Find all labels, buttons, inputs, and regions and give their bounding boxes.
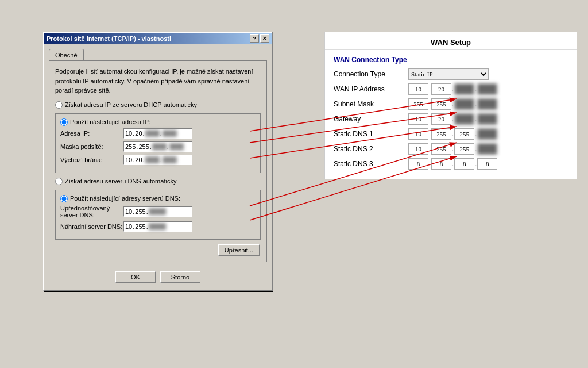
fieldset-dns: Použít následující adresy serverů DNS: U… — [55, 190, 261, 240]
wan-dns1-2[interactable] — [431, 128, 451, 140]
wan-connection-type-select[interactable]: Static IP DHCP PPPoE — [408, 68, 489, 80]
wan-dns2-4[interactable] — [477, 143, 497, 155]
wan-ip-input[interactable]: . . . — [408, 83, 497, 95]
dns1-field-row: Upřednostňovaný server DNS: 10 . 255 . x… — [60, 205, 256, 218]
tab-content: Podporuje-li síť automatickou konfigurac… — [49, 60, 267, 262]
fieldset-static-ip: Použít následující adresu IP: Adresa IP:… — [55, 113, 261, 173]
dns2-input[interactable]: 10 . 255 . xxx — [123, 221, 192, 232]
dialog-titlebar: Protokol sítě Internet (TCP/IP) - vlastn… — [44, 33, 272, 44]
wan-section-title: WAN Connection Type — [334, 56, 568, 64]
ip-input[interactable]: 10 . 20 . xx . xx — [123, 128, 192, 139]
dns2-field-row: Náhradní server DNS: 10 . 255 . xxx — [60, 221, 256, 232]
gateway-field-row: Výchozí brána: 10 . 20 . xx . xx — [60, 155, 256, 165]
ip-label: Adresa IP: — [60, 130, 123, 137]
tab-bar: Obecné — [49, 49, 267, 60]
wan-dns2-input[interactable]: . . . — [408, 143, 497, 155]
wan-mask-label: Subnet Mask — [334, 100, 408, 108]
dns1-input[interactable]: 10 . 255 . xxx — [123, 206, 192, 217]
wan-gateway-label: Gateway — [334, 115, 408, 123]
wan-body: WAN Connection Type Connection Type Stat… — [325, 50, 577, 179]
dns1-label: Upřednostňovaný server DNS: — [60, 205, 123, 218]
mask-field-row: Maska podsítě: 255 . 255 . xx . xx — [60, 141, 256, 152]
ok-cancel-row: OK Storno — [49, 267, 267, 285]
wan-gw-3[interactable] — [454, 113, 474, 125]
wan-gateway-input[interactable]: . . . — [408, 113, 497, 125]
wan-dns3-input[interactable]: . . . — [408, 158, 497, 170]
wan-dns1-3[interactable] — [454, 128, 474, 140]
dns2-label: Náhradní server DNS: — [60, 223, 123, 230]
wan-ip-2[interactable] — [431, 83, 451, 95]
help-button[interactable]: ? — [250, 34, 259, 43]
wan-dns3-label: Static DNS 3 — [334, 160, 408, 168]
radio-dns-manual[interactable] — [60, 195, 68, 202]
mask-label: Maska podsítě: — [60, 143, 123, 150]
radio-group-dns: Získat adresu serveru DNS automaticky — [55, 178, 261, 185]
radio-dns-auto-label[interactable]: Získat adresu serveru DNS automaticky — [55, 178, 261, 185]
wan-dns3-4[interactable] — [477, 158, 497, 170]
radio-static-ip[interactable] — [60, 118, 68, 126]
wan-ip-3[interactable] — [454, 83, 474, 95]
wan-dns3-1[interactable] — [408, 158, 428, 170]
ip-field-row: Adresa IP: 10 . 20 . xx . xx — [60, 128, 256, 139]
gateway-input[interactable]: 10 . 20 . xx . xx — [123, 155, 192, 165]
tab-general[interactable]: Obecné — [49, 49, 84, 60]
tcpip-dialog: Protokol sítě Internet (TCP/IP) - vlastn… — [43, 32, 273, 291]
wan-dns3-3[interactable] — [454, 158, 474, 170]
dialog-body: Obecné Podporuje-li síť automatickou kon… — [44, 44, 272, 290]
wan-ip-row: WAN IP Address . . . — [334, 83, 568, 95]
info-text: Podporuje-li síť automatickou konfigurac… — [55, 67, 261, 95]
wan-dns2-3[interactable] — [454, 143, 474, 155]
wan-dns2-2[interactable] — [431, 143, 451, 155]
wan-panel: WAN Setup WAN Connection Type Connection… — [324, 32, 577, 179]
ok-button[interactable]: OK — [115, 271, 156, 283]
wan-mask-1[interactable] — [408, 98, 428, 110]
wan-connection-type-label: Connection Type — [334, 70, 408, 78]
wan-gateway-row: Gateway . . . — [334, 113, 568, 125]
wan-gw-4[interactable] — [477, 113, 497, 125]
wan-dns3-row: Static DNS 3 . . . — [334, 158, 568, 170]
wan-mask-input[interactable]: . . . — [408, 98, 497, 110]
wan-ip-label: WAN IP Address — [334, 85, 408, 93]
cancel-button[interactable]: Storno — [160, 271, 200, 283]
detail-button[interactable]: Upřesnit... — [218, 244, 260, 256]
close-button[interactable]: ✕ — [260, 34, 269, 43]
wan-connection-type-row: Connection Type Static IP DHCP PPPoE — [334, 68, 568, 80]
titlebar-buttons: ? ✕ — [250, 34, 269, 43]
wan-dns2-1[interactable] — [408, 143, 428, 155]
wan-dns1-4[interactable] — [477, 128, 497, 140]
wan-mask-4[interactable] — [477, 98, 497, 110]
radio-dns-manual-label[interactable]: Použít následující adresy serverů DNS: — [60, 195, 256, 202]
radio-dhcp[interactable] — [55, 101, 63, 109]
wan-mask-3[interactable] — [454, 98, 474, 110]
radio-dhcp-label[interactable]: Získat adresu IP ze serveru DHCP automat… — [55, 101, 261, 109]
wan-dns3-2[interactable] — [431, 158, 451, 170]
radio-group-ip: Získat adresu IP ze serveru DHCP automat… — [55, 101, 261, 109]
wan-ip-1[interactable] — [408, 83, 428, 95]
radio-static-ip-label[interactable]: Použít následující adresu IP: — [60, 118, 256, 126]
wan-dns2-label: Static DNS 2 — [334, 145, 408, 153]
radio-dns-auto[interactable] — [55, 178, 63, 185]
detail-button-row: Upřesnit... — [55, 244, 261, 256]
wan-dns2-row: Static DNS 2 . . . — [334, 143, 568, 155]
dialog-title: Protokol sítě Internet (TCP/IP) - vlastn… — [47, 35, 250, 42]
wan-dns1-row: Static DNS 1 . . . — [334, 128, 568, 140]
wan-dns1-label: Static DNS 1 — [334, 130, 408, 138]
mask-input[interactable]: 255 . 255 . xx . xx — [123, 141, 192, 152]
wan-gw-2[interactable] — [431, 113, 451, 125]
wan-dns1-input[interactable]: . . . — [408, 128, 497, 140]
wan-gw-1[interactable] — [408, 113, 428, 125]
wan-mask-2[interactable] — [431, 98, 451, 110]
wan-title: WAN Setup — [325, 32, 577, 50]
wan-mask-row: Subnet Mask . . . — [334, 98, 568, 110]
wan-dns1-1[interactable] — [408, 128, 428, 140]
wan-ip-4[interactable] — [477, 83, 497, 95]
gateway-label: Výchozí brána: — [60, 156, 123, 163]
